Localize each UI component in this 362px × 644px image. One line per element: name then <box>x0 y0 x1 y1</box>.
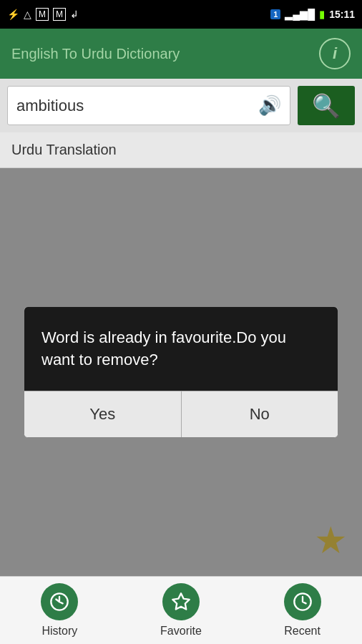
m-icon-1: M <box>36 8 49 21</box>
recent-label: Recent <box>284 625 321 638</box>
status-bar-right: 1 ▂▄▆█ ▮ 15:11 <box>270 9 355 20</box>
nav-item-history[interactable]: History <box>41 583 78 638</box>
nav-item-recent[interactable]: Recent <box>284 583 321 638</box>
bottom-nav: History Favorite Recent <box>0 576 362 644</box>
nav-item-favorite[interactable]: Favorite <box>160 583 202 638</box>
speaker-icon[interactable]: 🔊 <box>258 94 281 117</box>
favorite-label: Favorite <box>160 625 202 638</box>
recent-icon-circle <box>284 583 321 620</box>
search-row: ambitious 🔊 🔍 <box>0 79 362 132</box>
back-icon: ↲ <box>70 9 79 20</box>
usb-icon: ⚡ <box>7 9 19 20</box>
history-label: History <box>41 625 77 638</box>
search-button[interactable]: 🔍 <box>298 86 355 125</box>
battery-icon: ▮ <box>319 9 325 20</box>
info-button[interactable]: i <box>319 38 351 69</box>
dialog-yes-button[interactable]: Yes <box>24 391 182 437</box>
app-title: English To Urdu Dictionary <box>11 46 319 62</box>
main-content: ★ Word is already in favourite.Do you wa… <box>0 168 362 576</box>
signal-icon: ▂▄▆█ <box>285 9 315 20</box>
search-icon: 🔍 <box>312 92 341 119</box>
favorite-icon-circle <box>162 583 200 620</box>
dialog-overlay: Word is already in favourite.Do you want… <box>0 168 362 576</box>
status-bar-left: ⚡ △ M M ↲ <box>7 8 79 21</box>
sim-icon: 1 <box>270 9 280 19</box>
search-input-text[interactable]: ambitious <box>16 97 84 115</box>
dialog-message: Word is already in favourite.Do you want… <box>24 307 338 391</box>
svg-marker-1 <box>172 593 189 609</box>
warning-icon: △ <box>24 9 31 20</box>
dialog: Word is already in favourite.Do you want… <box>24 306 338 439</box>
translation-label: Urdu Translation <box>0 132 362 168</box>
m-icon-2: M <box>53 8 66 21</box>
status-bar: ⚡ △ M M ↲ 1 ▂▄▆█ ▮ 15:11 <box>0 0 362 29</box>
app-header: English To Urdu Dictionary i <box>0 29 362 79</box>
clock: 15:11 <box>329 9 355 20</box>
search-input-container: ambitious 🔊 <box>7 86 290 125</box>
dialog-buttons: Yes No <box>24 391 338 437</box>
history-icon-circle <box>41 583 78 620</box>
dialog-no-button[interactable]: No <box>182 391 338 437</box>
